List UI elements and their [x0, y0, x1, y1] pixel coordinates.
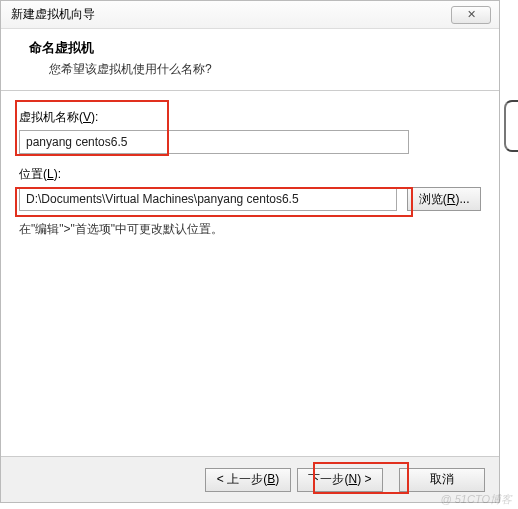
wizard-dialog: 新建虚拟机向导 ✕ 命名虚拟机 您希望该虚拟机使用什么名称? 虚拟机名称(V):… — [0, 0, 500, 503]
location-input[interactable] — [19, 187, 397, 211]
wizard-content: 虚拟机名称(V): 位置(L): 浏览(R)... 在"编辑">"首选项"中可更… — [1, 91, 499, 252]
next-button[interactable]: 下一步(N) > — [297, 468, 383, 492]
titlebar: 新建虚拟机向导 ✕ — [1, 1, 499, 29]
wizard-header: 命名虚拟机 您希望该虚拟机使用什么名称? — [1, 29, 499, 91]
side-decor-icon — [504, 100, 518, 152]
wizard-subtitle: 您希望该虚拟机使用什么名称? — [29, 61, 483, 78]
browse-button[interactable]: 浏览(R)... — [407, 187, 481, 211]
cancel-button[interactable]: 取消 — [399, 468, 485, 492]
watermark: @ 51CTO博客 — [441, 492, 512, 507]
wizard-footer: < 上一步(B) 下一步(N) > 取消 — [1, 456, 499, 502]
vm-name-label: 虚拟机名称(V): — [19, 109, 481, 126]
wizard-title: 命名虚拟机 — [29, 39, 483, 57]
titlebar-title: 新建虚拟机向导 — [11, 6, 95, 23]
location-label: 位置(L): — [19, 166, 481, 183]
back-button[interactable]: < 上一步(B) — [205, 468, 291, 492]
vm-name-input[interactable] — [19, 130, 409, 154]
close-icon: ✕ — [467, 8, 476, 21]
location-hint: 在"编辑">"首选项"中可更改默认位置。 — [19, 221, 481, 238]
close-button[interactable]: ✕ — [451, 6, 491, 24]
